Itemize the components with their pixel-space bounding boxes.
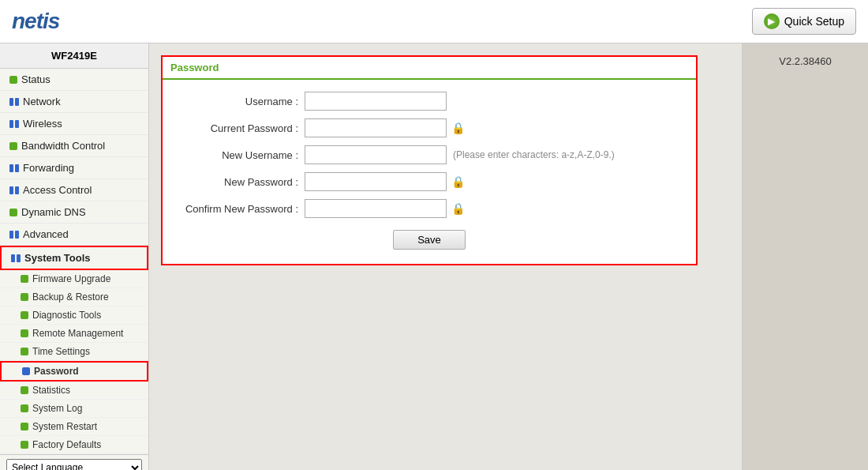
- new-username-input[interactable]: [305, 145, 447, 164]
- sidebar-item-label: Forwarding: [23, 162, 74, 174]
- main-layout: WF2419E Status Network Wireless Bandwidt…: [0, 43, 868, 470]
- username-label: Username :: [178, 96, 305, 107]
- form-title: Password: [163, 57, 696, 80]
- sidebar-sub-label: System Log: [32, 403, 82, 414]
- sidebar-item-forwarding[interactable]: Forwarding: [0, 157, 148, 179]
- remote-icon: [21, 329, 28, 337]
- sidebar-item-label: Access Control: [23, 184, 92, 196]
- sidebar-sub-label: Firmware Upgrade: [32, 273, 110, 284]
- sidebar-item-statistics[interactable]: Statistics: [0, 382, 148, 400]
- new-password-label: New Password :: [178, 176, 305, 188]
- system-log-icon: [21, 404, 28, 412]
- sidebar-item-label: Wireless: [23, 118, 62, 130]
- sidebar-sub-label: System Restart: [32, 421, 97, 432]
- sidebar-item-backup-restore[interactable]: Backup & Restore: [0, 288, 148, 306]
- system-tools-icon: [11, 254, 21, 262]
- sidebar-item-firmware-upgrade[interactable]: Firmware Upgrade: [0, 270, 148, 288]
- new-username-row: New Username : (Please enter characters:…: [163, 141, 696, 168]
- new-password-eye-icon: 🔒: [451, 175, 465, 188]
- firmware-icon: [21, 275, 28, 283]
- factory-defaults-icon: [21, 441, 28, 449]
- time-icon: [21, 348, 28, 355]
- access-control-icon: [9, 186, 19, 194]
- wireless-icon: [9, 120, 19, 128]
- sidebar-item-time-settings[interactable]: Time Settings: [0, 343, 148, 361]
- current-password-row: Current Password : 🔒: [163, 115, 696, 141]
- form-body: Username : Current Password : 🔒 New User…: [163, 80, 696, 264]
- current-password-label: Current Password :: [178, 122, 305, 134]
- sidebar-item-label: Dynamic DNS: [21, 206, 86, 218]
- new-password-input[interactable]: [305, 172, 447, 191]
- save-button[interactable]: Save: [393, 230, 466, 250]
- username-row: Username :: [163, 88, 696, 115]
- sidebar-item-password[interactable]: Password: [0, 361, 148, 382]
- statistics-icon: [21, 386, 28, 394]
- sidebar-item-bandwidth-control[interactable]: Bandwidth Control: [0, 135, 148, 157]
- advanced-icon: [9, 231, 19, 239]
- sidebar-sub-label: Password: [34, 366, 79, 377]
- sidebar-sub-label: Factory Defaults: [32, 439, 101, 450]
- sidebar-item-diagnostic-tools[interactable]: Diagnostic Tools: [0, 306, 148, 325]
- sidebar-item-dynamic-dns[interactable]: Dynamic DNS: [0, 201, 148, 224]
- bandwidth-icon: [9, 142, 17, 150]
- content-area: Password Username : Current Password : 🔒…: [149, 43, 742, 470]
- sidebar-sub-label: Time Settings: [32, 346, 90, 357]
- sidebar-item-system-log[interactable]: System Log: [0, 400, 148, 418]
- system-restart-icon: [21, 423, 28, 431]
- sidebar-item-factory-defaults[interactable]: Factory Defaults: [0, 436, 148, 454]
- status-icon: [9, 76, 17, 84]
- quick-setup-button[interactable]: ▶ Quick Setup: [752, 8, 856, 35]
- confirm-password-eye-icon: 🔒: [451, 202, 465, 215]
- sidebar-sub-label: Backup & Restore: [32, 291, 109, 303]
- confirm-new-password-row: Confirm New Password : 🔒: [163, 195, 696, 222]
- confirm-new-password-label: Confirm New Password :: [178, 203, 305, 215]
- backup-icon: [21, 293, 28, 301]
- network-icon: [9, 98, 19, 106]
- new-password-row: New Password : 🔒: [163, 168, 696, 195]
- language-select[interactable]: Select Language English Chinese Spanish …: [6, 459, 142, 470]
- sidebar-item-advanced[interactable]: Advanced: [0, 224, 148, 246]
- sidebar-item-network[interactable]: Network: [0, 91, 148, 113]
- confirm-new-password-input[interactable]: [305, 199, 447, 218]
- header: netis ▶ Quick Setup: [0, 0, 868, 43]
- new-username-label: New Username :: [178, 149, 305, 161]
- right-panel: V2.2.38460: [742, 43, 868, 470]
- quick-setup-label: Quick Setup: [784, 15, 844, 28]
- sidebar-model: WF2419E: [0, 43, 148, 69]
- diagnostic-icon: [21, 311, 28, 319]
- sidebar-item-access-control[interactable]: Access Control: [0, 179, 148, 201]
- sidebar: WF2419E Status Network Wireless Bandwidt…: [0, 43, 149, 470]
- sidebar-item-label: Network: [23, 96, 61, 107]
- dynamic-dns-icon: [9, 209, 17, 216]
- form-actions: Save: [163, 222, 696, 256]
- sidebar-item-remote-management[interactable]: Remote Management: [0, 325, 148, 343]
- sidebar-item-wireless[interactable]: Wireless: [0, 113, 148, 135]
- version-text: V2.2.38460: [779, 55, 832, 67]
- forwarding-icon: [9, 164, 19, 172]
- current-password-eye-icon: 🔒: [451, 122, 465, 134]
- sidebar-item-label: System Tools: [24, 252, 91, 264]
- sidebar-sub-label: Diagnostic Tools: [32, 310, 101, 321]
- sidebar-sub-label: Statistics: [32, 385, 70, 396]
- sidebar-item-label: Status: [21, 73, 51, 85]
- username-input[interactable]: [305, 92, 447, 111]
- sidebar-item-label: Advanced: [23, 228, 69, 240]
- sidebar-sub-label: Remote Management: [32, 328, 123, 339]
- new-username-hint: (Please enter characters: a-z,A-Z,0-9.): [453, 149, 615, 160]
- language-select-container: Select Language English Chinese Spanish …: [0, 454, 148, 470]
- sidebar-item-label: Bandwidth Control: [21, 140, 105, 152]
- current-password-input[interactable]: [305, 118, 447, 137]
- logo: netis: [12, 9, 59, 34]
- password-form: Password Username : Current Password : 🔒…: [161, 55, 698, 265]
- password-icon: [22, 367, 30, 375]
- sidebar-item-system-restart[interactable]: System Restart: [0, 418, 148, 436]
- sidebar-item-status[interactable]: Status: [0, 69, 148, 91]
- quick-setup-icon: ▶: [764, 13, 780, 29]
- sidebar-item-system-tools[interactable]: System Tools: [0, 246, 148, 270]
